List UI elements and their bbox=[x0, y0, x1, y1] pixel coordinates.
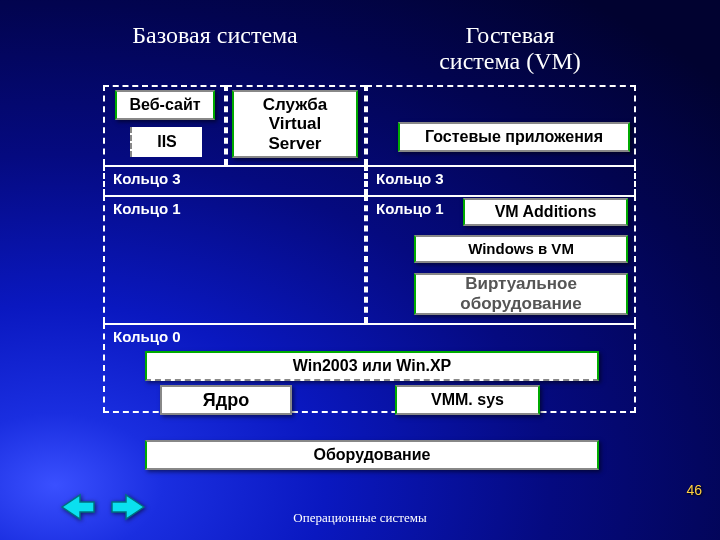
box-vm-additions: VM Additions bbox=[463, 198, 628, 226]
title-host-system: Базовая система bbox=[90, 22, 340, 48]
ring3-guest-label: Кольцо 3 bbox=[376, 170, 444, 187]
box-guest-apps: Гостевые приложения bbox=[398, 122, 630, 152]
box-virtual-hardware: Виртуальноеоборудование bbox=[414, 273, 628, 315]
ring1-host-label: Кольцо 1 bbox=[113, 200, 181, 217]
box-vmm-sys: VMM. sys bbox=[395, 385, 540, 415]
box-kernel: Ядро bbox=[160, 385, 292, 415]
box-iis: IIS bbox=[130, 127, 202, 157]
ring3-host-label: Кольцо 3 bbox=[113, 170, 181, 187]
box-win2003: Win2003 или Win.XP bbox=[145, 351, 599, 381]
box-website: Веб-сайт bbox=[115, 90, 215, 120]
ring0-label: Кольцо 0 bbox=[113, 328, 181, 345]
footer-text: Операционные системы bbox=[0, 510, 720, 526]
box-hardware: Оборудование bbox=[145, 440, 599, 470]
ring1-guest-label: Кольцо 1 bbox=[376, 200, 444, 217]
box-windows-in-vm: Windows в VM bbox=[414, 235, 628, 263]
box-virtual-server: СлужбаVirtual Server bbox=[232, 90, 358, 158]
title-guest-system: Гостеваясистема (VM) bbox=[400, 22, 620, 75]
page-number: 46 bbox=[686, 482, 702, 498]
